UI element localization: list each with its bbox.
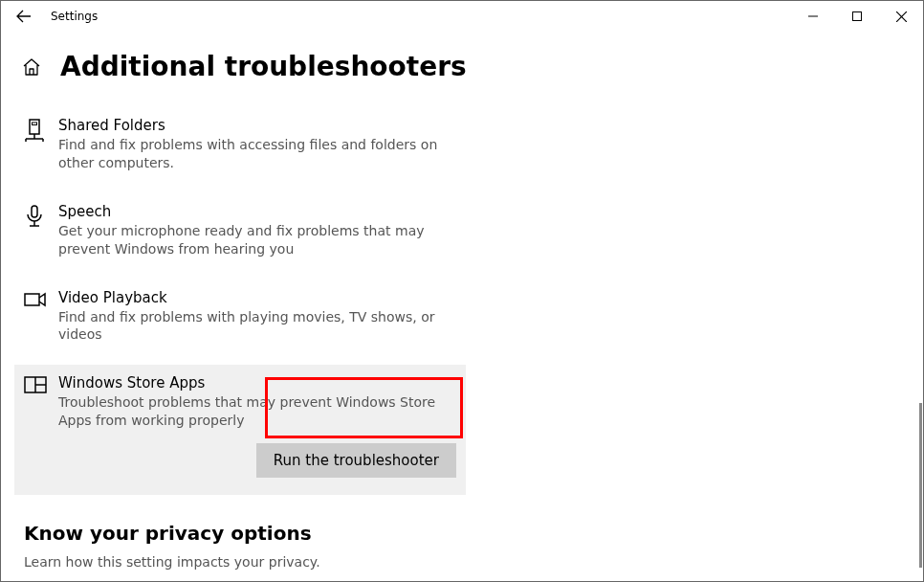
titlebar: Settings: [1, 1, 923, 32]
svg-rect-1: [853, 12, 862, 21]
speech-icon: [22, 203, 58, 258]
run-troubleshooter-button[interactable]: Run the troubleshooter: [256, 443, 456, 478]
privacy-title: Know your privacy options: [24, 522, 923, 545]
troubleshooter-desc: Get your microphone ready and fix proble…: [58, 222, 456, 258]
titlebar-title: Settings: [51, 10, 98, 23]
troubleshooter-windows-store-apps[interactable]: Windows Store Apps Troubleshoot problems…: [14, 365, 466, 430]
troubleshooter-title: Speech: [58, 203, 456, 220]
window-controls: [791, 1, 923, 32]
troubleshooter-title: Shared Folders: [58, 117, 456, 134]
troubleshooter-expanded-actions: Run the troubleshooter: [14, 430, 466, 495]
troubleshooter-list: Shared Folders Find and fix problems wit…: [14, 107, 466, 495]
svg-rect-13: [25, 294, 39, 305]
content-area: Additional troubleshooters Shared Folder…: [1, 32, 923, 582]
maximize-button[interactable]: [835, 1, 879, 32]
page-header: Additional troubleshooters: [1, 51, 923, 82]
troubleshooter-video-playback[interactable]: Video Playback Find and fix problems wit…: [14, 280, 466, 356]
svg-rect-4: [30, 120, 39, 134]
close-button[interactable]: [879, 1, 923, 32]
page-title: Additional troubleshooters: [60, 51, 467, 82]
windows-store-apps-icon: [22, 374, 58, 430]
troubleshooter-desc: Find and fix problems with playing movie…: [58, 308, 456, 345]
troubleshooter-desc: Find and fix problems with accessing fil…: [58, 136, 456, 172]
back-arrow-icon: [16, 9, 32, 24]
troubleshooter-desc: Troubleshoot problems that may prevent W…: [58, 393, 456, 430]
svg-rect-5: [33, 123, 37, 125]
svg-rect-10: [32, 206, 37, 217]
shared-folders-icon: [22, 117, 58, 172]
scrollbar[interactable]: [919, 403, 922, 568]
minimize-button[interactable]: [791, 1, 835, 32]
troubleshooter-title: Video Playback: [58, 289, 456, 306]
privacy-desc: Learn how this setting impacts your priv…: [24, 554, 923, 570]
back-button[interactable]: [9, 1, 39, 32]
settings-window: Settings: [0, 0, 924, 582]
video-playback-icon: [22, 289, 58, 345]
home-icon[interactable]: [22, 57, 41, 80]
troubleshooter-speech[interactable]: Speech Get your microphone ready and fix…: [14, 193, 466, 270]
close-icon: [896, 11, 907, 22]
troubleshooter-shared-folders[interactable]: Shared Folders Find and fix problems wit…: [14, 107, 466, 184]
troubleshooter-title: Windows Store Apps: [58, 374, 456, 392]
privacy-section: Know your privacy options Learn how this…: [24, 522, 923, 582]
minimize-icon: [808, 11, 818, 21]
maximize-icon: [852, 11, 862, 21]
